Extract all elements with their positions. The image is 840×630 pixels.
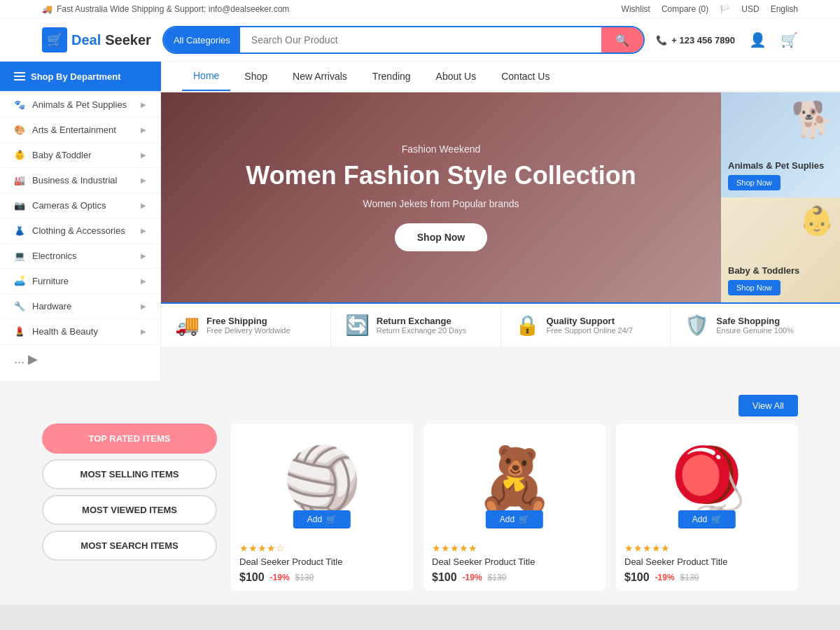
compare-link[interactable]: Compare (0) bbox=[662, 4, 708, 14]
search-bar: All Categories 🔍 bbox=[162, 26, 645, 54]
return-icon: 🔄 bbox=[345, 314, 370, 337]
arts-icon: 🎨 bbox=[14, 125, 25, 135]
side-banner-baby: 👶 Baby & Toddlers Shop Now bbox=[721, 197, 840, 302]
price-current-3: $100 bbox=[624, 571, 650, 584]
product-info-1: ★★★★☆ Deal Seeker Product Title $100 -19… bbox=[231, 536, 413, 591]
truck-icon: 🚚 bbox=[42, 4, 52, 14]
nav-home[interactable]: Home bbox=[182, 62, 230, 91]
sidebar-item-hardware[interactable]: 🔧Hardware ▶ bbox=[0, 294, 160, 319]
main-area: 🐾Animals & Pet Supplies ▶ 🎨Arts & Entert… bbox=[0, 92, 840, 381]
sidebar-item-electronics[interactable]: 💻Electronics ▶ bbox=[0, 244, 160, 269]
shipping-icon: 🚚 bbox=[175, 314, 200, 337]
logo-seeker: Seeker bbox=[105, 32, 151, 48]
category-dropdown[interactable]: All Categories bbox=[164, 27, 240, 52]
product-emoji-1: 🏐 bbox=[283, 443, 361, 517]
price-original-2: $130 bbox=[488, 573, 507, 582]
feature-shipping: 🚚 Free Shipping Free Delivery Worldwide bbox=[161, 304, 331, 346]
product-stars-2: ★★★★★ bbox=[432, 542, 597, 554]
price-discount-2: -19% bbox=[463, 573, 482, 582]
content-area: Fashion Weekend Women Fashion Style Coll… bbox=[161, 92, 840, 381]
product-title-1: Deal Seeker Product Title bbox=[239, 556, 405, 567]
product-price-3: $100 -19% $130 bbox=[624, 571, 790, 584]
arrow-icon: ▶ bbox=[141, 176, 146, 184]
filter-most-viewed[interactable]: MOST VIEWED ITEMS bbox=[42, 495, 217, 525]
sidebar-item-clothing[interactable]: 👗Clothing & Accessories ▶ bbox=[0, 218, 160, 244]
product-info-2: ★★★★★ Deal Seeker Product Title $100 -19… bbox=[424, 536, 606, 591]
health-icon: 💄 bbox=[14, 326, 25, 337]
product-stars-1: ★★★★☆ bbox=[239, 542, 405, 554]
price-original-1: $130 bbox=[295, 573, 314, 582]
sidebar: 🐾Animals & Pet Supplies ▶ 🎨Arts & Entert… bbox=[0, 92, 161, 381]
sidebar-item-cameras[interactable]: 📷Cameras & Optics ▶ bbox=[0, 193, 160, 218]
sidebar-item-arts[interactable]: 🎨Arts & Entertainment ▶ bbox=[0, 118, 160, 143]
product-info-3: ★★★★★ Deal Seeker Product Title $100 -19… bbox=[616, 536, 798, 591]
sidebar-more[interactable]: ... ▶ bbox=[0, 344, 160, 374]
hardware-icon: 🔧 bbox=[14, 301, 25, 312]
language-link[interactable]: English bbox=[771, 4, 798, 14]
product-emoji-3: 🪀 bbox=[668, 443, 746, 517]
feature-return-subtitle: Return Exchange 20 Days bbox=[377, 326, 466, 335]
arrow-icon: ▶ bbox=[141, 151, 146, 159]
price-discount-3: -19% bbox=[655, 573, 675, 582]
price-current-2: $100 bbox=[432, 571, 457, 584]
sidebar-item-furniture[interactable]: 🛋️Furniture ▶ bbox=[0, 269, 160, 294]
nav-new-arrivals[interactable]: New Arrivals bbox=[281, 62, 358, 90]
phone-icon: 📞 bbox=[656, 35, 667, 46]
wishlist-link[interactable]: Wishlist bbox=[622, 4, 650, 14]
logo[interactable]: 🛒 DealSeeker bbox=[42, 27, 151, 52]
product-card-3: 🪀 Add 🛒 ★★★★★ Deal Seeker Product Title … bbox=[616, 424, 798, 591]
hero-cta-button[interactable]: Shop Now bbox=[395, 223, 487, 251]
sidebar-item-health[interactable]: 💄Health & Beauty ▶ bbox=[0, 319, 160, 344]
nav-contact[interactable]: Contact Us bbox=[490, 62, 561, 90]
feature-support: 🔒 Quality Support Free Support Online 24… bbox=[501, 304, 671, 346]
furniture-icon: 🛋️ bbox=[14, 276, 25, 286]
sidebar-item-business[interactable]: 🏭Business & Industrial ▶ bbox=[0, 168, 160, 193]
logo-deal: Deal bbox=[71, 32, 101, 48]
side-banner-baby-cta[interactable]: Shop Now bbox=[728, 280, 780, 295]
products-layout: TOP RATED ITEMS MOST SELLING ITEMS MOST … bbox=[42, 424, 798, 591]
shop-by-dept[interactable]: Shop By Department bbox=[0, 62, 161, 91]
filter-most-search[interactable]: MOST SEARCH ITEMS bbox=[42, 531, 217, 561]
product-stars-3: ★★★★★ bbox=[624, 542, 790, 554]
nav-shop[interactable]: Shop bbox=[233, 62, 279, 90]
product-price-2: $100 -19% $130 bbox=[432, 571, 597, 584]
side-banner-animals-cta[interactable]: Shop Now bbox=[728, 175, 780, 190]
feature-return-title: Return Exchange bbox=[377, 316, 466, 326]
cameras-icon: 📷 bbox=[14, 200, 25, 211]
features-bar: 🚚 Free Shipping Free Delivery Worldwide … bbox=[161, 302, 840, 346]
nav-about[interactable]: About Us bbox=[425, 62, 488, 90]
baby-icon: 👶 bbox=[14, 150, 25, 160]
add-to-cart-button-2[interactable]: Add 🛒 bbox=[486, 510, 543, 528]
main-nav: Home Shop New Arrivals Trending About Us… bbox=[161, 62, 582, 91]
header: 🛒 DealSeeker All Categories 🔍 📞 + 123 45… bbox=[0, 19, 840, 62]
sidebar-item-animals[interactable]: 🐾Animals & Pet Supplies ▶ bbox=[0, 92, 160, 118]
arrow-icon: ▶ bbox=[141, 328, 146, 335]
animal-illustration: 🐕 bbox=[791, 99, 834, 140]
view-all-button[interactable]: View All bbox=[738, 395, 798, 416]
product-card-2: 🧸 Add 🛒 ★★★★★ Deal Seeker Product Title … bbox=[424, 424, 606, 591]
cart-icon[interactable]: 🛒 bbox=[780, 31, 798, 48]
user-icon[interactable]: 👤 bbox=[749, 31, 766, 48]
currency-link[interactable]: USD bbox=[741, 4, 759, 14]
product-image-2: 🧸 Add 🛒 bbox=[424, 424, 606, 536]
feature-support-title: Quality Support bbox=[547, 316, 634, 326]
add-to-cart-button-3[interactable]: Add 🛒 bbox=[678, 510, 736, 528]
feature-return: 🔄 Return Exchange Return Exchange 20 Day… bbox=[331, 304, 501, 346]
filter-top-rated[interactable]: TOP RATED ITEMS bbox=[42, 424, 217, 454]
header-right: 📞 + 123 456 7890 👤 🛒 bbox=[656, 31, 798, 48]
search-input[interactable] bbox=[240, 27, 601, 52]
business-icon: 🏭 bbox=[14, 175, 25, 186]
sidebar-item-baby[interactable]: 👶Baby &Toddler ▶ bbox=[0, 143, 160, 168]
hero-content: Fashion Weekend Women Fashion Style Coll… bbox=[232, 130, 650, 265]
search-button[interactable]: 🔍 bbox=[601, 27, 643, 52]
support-icon: 🔒 bbox=[515, 314, 540, 337]
hero-desc: Women Jekets from Popular brands bbox=[246, 198, 636, 209]
add-to-cart-button-1[interactable]: Add 🛒 bbox=[293, 510, 351, 528]
product-cards: 🏐 Add 🛒 ★★★★☆ Deal Seeker Product Title … bbox=[231, 424, 798, 591]
clothing-icon: 👗 bbox=[14, 225, 25, 236]
nav-wrapper: Shop By Department Home Shop New Arrival… bbox=[0, 62, 840, 92]
filter-most-selling[interactable]: MOST SELLING ITEMS bbox=[42, 459, 217, 489]
filter-sidebar: TOP RATED ITEMS MOST SELLING ITEMS MOST … bbox=[42, 424, 217, 591]
nav-trending[interactable]: Trending bbox=[361, 62, 422, 90]
top-bar-left: 🚚 Fast Australia Wide Shipping & Support… bbox=[42, 4, 289, 14]
